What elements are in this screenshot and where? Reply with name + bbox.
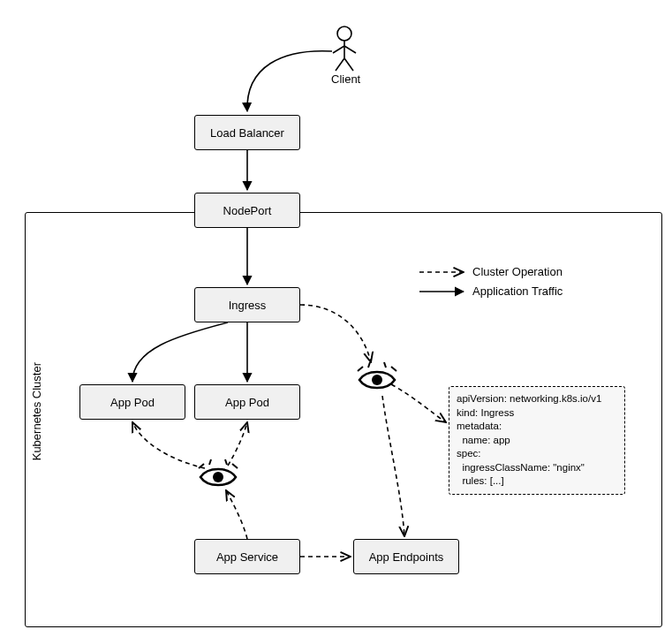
svg-line-3 (344, 46, 356, 53)
client-label: Client (331, 72, 360, 86)
nodeport-box: NodePort (194, 193, 300, 228)
svg-line-4 (336, 58, 344, 71)
client-icon (333, 27, 356, 71)
app-pod-2-box: App Pod (194, 384, 300, 420)
app-service-box: App Service (194, 539, 300, 574)
app-endpoints-box: App Endpoints (353, 539, 459, 574)
svg-line-2 (333, 46, 344, 53)
legend-app-traffic: Application Traffic (472, 284, 563, 298)
ingress-box: Ingress (194, 287, 300, 322)
load-balancer-box: Load Balancer (194, 115, 300, 150)
diagram-canvas: Kubernetes Cluster Load Balancer NodePor… (0, 0, 672, 637)
app-pod-1-box: App Pod (79, 384, 185, 420)
cluster-label: Kubernetes Cluster (30, 362, 43, 460)
svg-line-5 (344, 58, 353, 71)
legend-cluster-op: Cluster Operation (472, 265, 563, 278)
svg-point-0 (337, 27, 351, 41)
arrow-client-to-lb (247, 51, 332, 111)
ingress-spec-box: apiVersion: networking.k8s.io/v1 kind: I… (449, 386, 625, 495)
